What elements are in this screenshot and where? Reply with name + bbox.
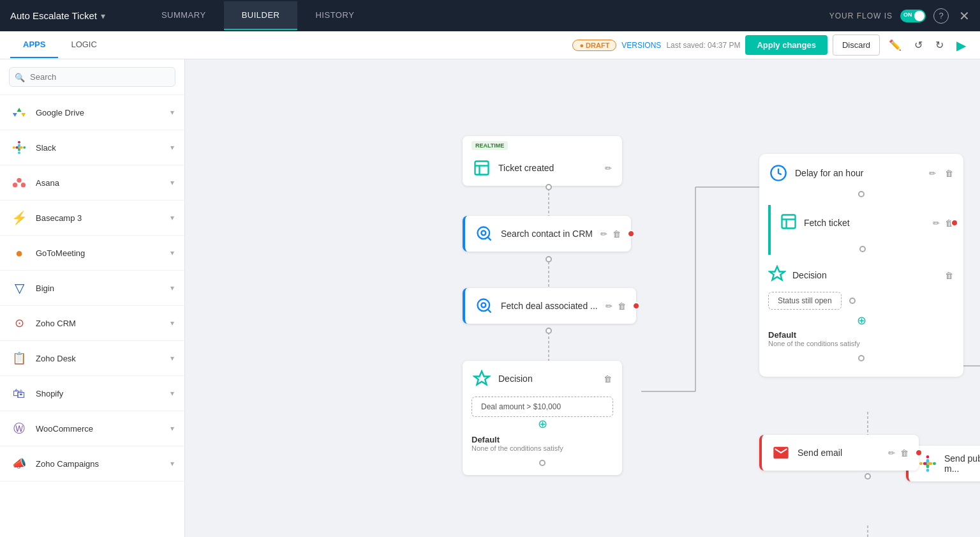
status-open-right-dot — [849, 298, 856, 304]
svg-rect-36 — [926, 469, 930, 472]
send-email-edit[interactable]: ✏ — [887, 447, 896, 459]
svg-rect-3 — [18, 151, 20, 154]
undo-icon-button[interactable]: ↺ — [910, 36, 926, 54]
node-fetch-deal[interactable]: Fetch deal associated ... ✏ 🗑 — [463, 288, 636, 324]
decision1-icon — [471, 368, 492, 389]
decision1-label: Decision — [498, 374, 596, 384]
ticket-created-label: Ticket created — [498, 163, 597, 173]
sidebar-item-zoho-crm[interactable]: ⊙ Zoho CRM ▾ — [0, 306, 184, 341]
tab-logic[interactable]: LOGIC — [58, 32, 109, 58]
sidebar-item-gotomeeting[interactable]: ● GoToMeeting ▾ — [0, 236, 184, 271]
fetch-ticket-edit[interactable]: ✏ — [932, 217, 941, 229]
svg-point-27 — [478, 227, 490, 239]
delay-label: Delay for an hour — [795, 168, 921, 178]
discard-button[interactable]: Discard — [833, 34, 880, 56]
sidebar-item-shopify[interactable]: 🛍 Shopify ▾ — [0, 376, 184, 411]
zoho-crm-icon: ⊙ — [10, 314, 28, 332]
svg-rect-33 — [919, 462, 923, 465]
delay-delete[interactable]: 🗑 — [944, 167, 954, 179]
svg-point-8 — [17, 178, 21, 183]
sidebar-item-bigin[interactable]: ▽ Bigin ▾ — [0, 271, 184, 306]
svg-rect-7 — [19, 146, 22, 149]
svg-point-10 — [21, 183, 26, 187]
sidebar-label-zoho-desk: Zoho Desk — [36, 354, 170, 363]
node-fetch-ticket[interactable]: Fetch ticket ✏ 🗑 — [768, 205, 963, 255]
ticket-created-edit[interactable]: ✏ — [604, 162, 613, 174]
delay-bottom-dot — [858, 191, 865, 197]
status-open-box[interactable]: Status still open — [768, 292, 842, 310]
versions-link[interactable]: VERSIONS — [621, 41, 661, 50]
decision1-add-branch[interactable]: ⊕ — [471, 417, 613, 431]
delay-icon — [768, 163, 789, 183]
sidebar-item-zoho-campaigns[interactable]: 📣 Zoho Campaigns ▾ — [0, 446, 184, 481]
nav-builder[interactable]: BUILDER — [224, 1, 298, 30]
last-saved: Last saved: 04:37 PM — [666, 41, 740, 50]
fetch-deal-delete[interactable]: 🗑 — [616, 300, 627, 312]
flow-toggle[interactable]: ON — [900, 10, 926, 22]
title-chevron[interactable]: ▾ — [101, 11, 105, 21]
ticket-created-actions: ✏ — [604, 162, 613, 174]
sidebar-item-google-drive[interactable]: Google Drive ▾ — [0, 95, 184, 130]
connector-below-fetch-deal — [546, 328, 552, 334]
decision1-default-sub: None of the conditions satisfy — [471, 444, 613, 452]
realtime-badge: REALTIME — [471, 141, 508, 150]
decision1-branch-box[interactable]: Deal amount > $10,000 — [471, 397, 613, 417]
sidebar-item-slack[interactable]: Slack ▾ — [0, 130, 184, 165]
gotomeeting-icon: ● — [10, 244, 28, 262]
slack-icon — [10, 139, 28, 156]
decision2-delete[interactable]: 🗑 — [944, 269, 954, 282]
node-decision1[interactable]: Decision 🗑 Deal amount > $10,000 ⊕ Defau… — [463, 361, 622, 475]
node-decision2-wrap: Decision 🗑 Status still open ⊕ — [759, 257, 963, 364]
send-public-label: Send public channel m... — [944, 453, 980, 474]
help-button[interactable]: ? — [933, 8, 949, 24]
sidebar-chevron-slack: ▾ — [170, 143, 174, 152]
right-flow-container: Delay for an hour ✏ 🗑 Fetch ticket — [759, 154, 963, 377]
sidebar-chevron-zoho-desk: ▾ — [170, 354, 174, 363]
nav-summary[interactable]: SUMMARY — [144, 1, 224, 30]
connector-below-ticket — [546, 184, 552, 190]
send-email-error-dot — [915, 449, 923, 457]
search-contact-delete[interactable]: 🗑 — [611, 228, 622, 240]
apply-changes-button[interactable]: Apply changes — [745, 35, 827, 55]
node-decision2[interactable]: Decision 🗑 — [768, 265, 954, 285]
sidebar-item-zoho-desk[interactable]: 📋 Zoho Desk ▾ — [0, 341, 184, 376]
add-status-branch[interactable]: ⊕ — [857, 314, 866, 327]
search-contact-label: Search contact in CRM — [501, 229, 593, 239]
search-icon: 🔍 — [15, 72, 25, 82]
search-contact-error-dot — [627, 230, 635, 238]
flow-is-label: YOUR FLOW IS — [829, 11, 893, 20]
sidebar-chevron-zoho-campaigns: ▾ — [170, 459, 174, 468]
sidebar-chevron-woocommerce: ▾ — [170, 424, 174, 433]
node-send-email[interactable]: Send email ✏ 🗑 — [759, 435, 919, 471]
search-input[interactable] — [9, 67, 175, 87]
shopify-icon: 🛍 — [10, 384, 28, 402]
basecamp-icon: ⚡ — [10, 209, 28, 227]
send-public-icon — [917, 453, 938, 474]
node-delay-wrap: Delay for an hour ✏ 🗑 — [759, 154, 963, 200]
edit-icon-button[interactable]: ✏️ — [885, 36, 905, 54]
sidebar-item-asana[interactable]: Asana ▾ — [0, 165, 184, 200]
sidebar-item-woocommerce[interactable]: Ⓦ WooCommerce ▾ — [0, 411, 184, 446]
sidebar-label-woocommerce: WooCommerce — [36, 424, 170, 434]
delay-edit[interactable]: ✏ — [928, 167, 937, 179]
svg-rect-40 — [927, 462, 932, 465]
send-email-delete[interactable]: 🗑 — [899, 447, 910, 459]
search-contact-edit[interactable]: ✏ — [599, 228, 609, 240]
node-search-contact[interactable]: Search contact in CRM ✏ 🗑 — [463, 216, 631, 252]
nav-history[interactable]: HISTORY — [297, 1, 372, 30]
node-delay[interactable]: Delay for an hour ✏ 🗑 — [768, 163, 954, 183]
close-button[interactable]: ✕ — [959, 8, 970, 24]
tab-apps[interactable]: APPS — [10, 32, 58, 58]
fetch-ticket-icon — [780, 213, 798, 233]
flow-toggle-wrap: ON — [900, 10, 926, 22]
draft-badge: ● DRAFT — [572, 40, 616, 51]
apps-sidebar: 🔍 Google Drive ▾ Slack ▾ Asana — [0, 59, 185, 537]
node-ticket-created[interactable]: REALTIME Ticket created ✏ — [463, 136, 622, 186]
sidebar-label-bigin: Bigin — [36, 284, 170, 293]
fetch-deal-edit[interactable]: ✏ — [604, 300, 614, 312]
sidebar-item-basecamp[interactable]: ⚡ Basecamp 3 ▾ — [0, 200, 184, 236]
redo-icon-button[interactable]: ↻ — [932, 36, 947, 54]
decision1-delete[interactable]: 🗑 — [602, 373, 613, 385]
decision1-actions: 🗑 — [602, 373, 613, 385]
run-button[interactable]: ▶ — [953, 35, 970, 56]
